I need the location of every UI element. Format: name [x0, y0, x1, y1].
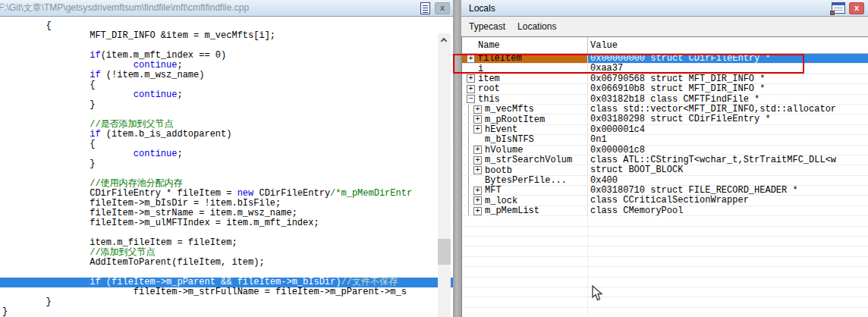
code-area[interactable]: { MFT_DIR_INFO &item = m_vecMfts[i]; if(…	[0, 17, 453, 317]
name-column-header[interactable]: Name	[462, 37, 588, 53]
variable-value[interactable]: class CMemoryPool	[588, 206, 868, 215]
variable-value[interactable]: 0x03180298 struct CDirFileEntry *	[588, 115, 868, 124]
variable-value[interactable]: class CCriticalSectionWrapper	[588, 196, 868, 205]
source-window-titlebar[interactable]: F:\Git\文章\TMP\getsysdrivemftsum\findfile…	[0, 0, 453, 17]
variable-value[interactable]: 0x03182b18 class CMFTFindFile *	[588, 95, 868, 104]
variable-name: BytesPerFile...	[485, 176, 567, 185]
empty-value-cell	[588, 287, 868, 297]
tree-line	[468, 186, 473, 195]
variable-value[interactable]: class std::vector<MFT_DIR_INFO,std::allo…	[588, 105, 868, 114]
variable-name-cell[interactable]: m_vecMfts	[462, 105, 588, 114]
code-line[interactable]: }	[2, 100, 453, 110]
variable-value[interactable]: 0n1	[588, 135, 868, 144]
variable-name-cell[interactable]: i	[462, 64, 588, 73]
typecast-button[interactable]: Typecast	[469, 21, 505, 32]
variable-name-cell[interactable]: BytesPerFile...	[462, 176, 588, 185]
variable-name-cell[interactable]: m_pRootItem	[462, 115, 588, 124]
locals-row[interactable]: m_pRootItem0x03180298 struct CDirFileEnt…	[462, 115, 868, 124]
variable-value[interactable]: 0x03180710 struct FILE_RECORD_HEADER *	[588, 186, 868, 195]
code-line[interactable]: }	[2, 307, 453, 317]
locals-row[interactable]: m_bIsNTFS0n1	[462, 135, 868, 145]
expand-icon[interactable]	[473, 105, 482, 114]
code-editor[interactable]: { MFT_DIR_INFO &item = m_vecMfts[i]; if(…	[0, 17, 453, 317]
expand-icon[interactable]	[473, 156, 482, 165]
code-line[interactable]: }	[2, 297, 453, 307]
expand-icon[interactable]	[473, 125, 482, 133]
empty-row	[462, 297, 868, 307]
close-icon[interactable]: x	[849, 2, 864, 14]
variable-name-cell[interactable]: item	[462, 74, 588, 83]
variable-value[interactable]: 0xaa37	[588, 64, 868, 73]
locals-row[interactable]: hEvent0x000001c4	[462, 125, 868, 135]
variable-value[interactable]: 0x00000000 struct CDirFileEntry *	[588, 54, 868, 63]
expand-icon[interactable]	[467, 85, 475, 93]
code-line[interactable]: fileItem->m_ulMFTIndex = item.m_mft_inde…	[2, 218, 453, 228]
tree-line	[468, 105, 473, 114]
empty-value-cell	[588, 237, 868, 246]
variable-name-cell[interactable]: m_lock	[462, 196, 588, 205]
code-line[interactable]: MFT_DIR_INFO &item = m_vecMfts[i];	[2, 31, 453, 41]
locals-row[interactable]: fileItem0x00000000 struct CDirFileEntry …	[462, 54, 868, 64]
locals-row[interactable]: m_strSearchVolumclass ATL::CStringT<wcha…	[462, 155, 868, 165]
expand-icon[interactable]	[473, 207, 482, 215]
locals-row[interactable]: item0x06790568 struct MFT_DIR_INFO *	[462, 74, 868, 84]
locals-row[interactable]: m_vecMftsclass std::vector<MFT_DIR_INFO,…	[462, 105, 868, 115]
locals-titlebar[interactable]: Locals x	[461, 0, 868, 17]
variable-value[interactable]: 0x000001c8	[588, 146, 868, 155]
variable-value[interactable]: 0x066910b8 struct MFT_DIR_INFO *	[588, 84, 868, 93]
variable-name-cell[interactable]: MFT	[462, 186, 588, 195]
expand-icon[interactable]	[473, 187, 482, 195]
dock-window-icon[interactable]	[832, 2, 845, 14]
empty-value-cell	[588, 297, 868, 306]
variable-name-cell[interactable]: hEvent	[462, 125, 588, 134]
code-line[interactable]: AddItemToParent(fileItem, item);	[2, 258, 453, 268]
locals-row[interactable]: m_lockclass CCriticalSectionWrapper	[462, 196, 868, 206]
code-line[interactable]: }	[2, 159, 453, 169]
empty-name-cell	[462, 216, 588, 225]
variable-name-cell[interactable]: m_pMemList	[462, 206, 588, 215]
variable-value[interactable]: 0x06790568 struct MFT_DIR_INFO *	[588, 74, 868, 83]
locals-row[interactable]: BytesPerFile...0x400	[462, 176, 868, 186]
empty-row	[462, 216, 868, 226]
variable-name: MFT	[485, 186, 502, 195]
pane-splitter[interactable]	[453, 0, 461, 317]
variable-name-cell[interactable]: root	[462, 84, 588, 93]
locals-row[interactable]: i0xaa37	[462, 64, 868, 74]
variable-value[interactable]: struct BOOT_BLOCK	[588, 165, 868, 174]
locals-row[interactable]: m_pMemListclass CMemoryPool	[462, 206, 868, 216]
expand-icon[interactable]	[467, 74, 475, 83]
expand-icon[interactable]	[473, 146, 482, 154]
scroll-up-icon[interactable]	[438, 33, 451, 46]
locals-row[interactable]: root0x066910b8 struct MFT_DIR_INFO *	[462, 84, 868, 94]
code-line[interactable]: fileItem->m_strFullName = fileItem->m_pP…	[2, 287, 453, 297]
expand-icon[interactable]	[467, 55, 475, 63]
variable-name-cell[interactable]: hVolume	[462, 146, 588, 155]
editor-scrollbar[interactable]	[438, 33, 451, 317]
expand-icon[interactable]	[473, 166, 482, 174]
variable-value[interactable]: 0x000001c4	[588, 125, 868, 134]
variable-value[interactable]: 0x400	[588, 176, 868, 185]
tree-line	[468, 206, 473, 215]
value-column-header[interactable]: Value	[588, 37, 868, 53]
expand-icon[interactable]	[473, 196, 482, 205]
locals-row[interactable]: MFT0x03180710 struct FILE_RECORD_HEADER …	[462, 186, 868, 196]
tree-line	[468, 135, 473, 144]
locals-row[interactable]: this0x03182b18 class CMFTFindFile *	[462, 95, 868, 105]
variable-name-cell[interactable]: bootb	[462, 165, 588, 174]
expand-icon[interactable]	[473, 115, 482, 124]
variable-name-cell[interactable]: this	[462, 95, 588, 104]
collapse-icon[interactable]	[467, 95, 475, 103]
locals-row[interactable]: hVolume0x000001c8	[462, 146, 868, 155]
scrollbar-thumb[interactable]	[438, 239, 451, 265]
locations-button[interactable]: Locations	[517, 21, 556, 32]
variable-name-cell[interactable]: fileItem	[462, 54, 588, 63]
locals-row[interactable]: bootbstruct BOOT_BLOCK	[462, 165, 868, 175]
tree-line	[468, 176, 473, 185]
variable-name: m_strSearchVolum	[485, 155, 572, 165]
variable-name-cell[interactable]: m_bIsNTFS	[462, 135, 588, 144]
variable-value[interactable]: class ATL::CStringT<wchar_t,StrTraitMFC_…	[588, 155, 868, 165]
variable-name: m_pMemList	[485, 206, 539, 215]
empty-value-cell	[588, 227, 868, 236]
close-icon[interactable]: x	[435, 2, 450, 14]
variable-name-cell[interactable]: m_strSearchVolum	[462, 155, 588, 165]
